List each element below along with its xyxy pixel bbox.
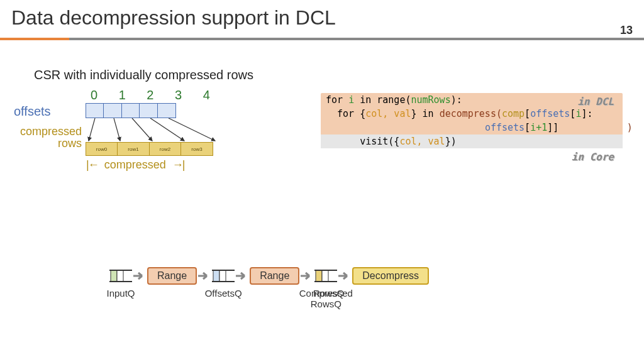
svg-line-0	[89, 118, 95, 141]
queue-label-rowsq: RowsQ	[313, 288, 344, 299]
offset-cell	[103, 103, 122, 118]
code-block: in DCL in Core for i in range(numRows): …	[321, 93, 623, 148]
compressed-rows-label: compressedrows	[0, 126, 82, 150]
stage-range: Range	[147, 267, 197, 285]
svg-rect-13	[316, 270, 322, 282]
offset-cell	[86, 103, 104, 118]
svg-line-1	[114, 118, 120, 141]
annotation-core: in Core	[572, 151, 614, 163]
code-line-core: visit({col, val})	[321, 134, 623, 148]
queue-inputq: InputQ	[109, 266, 132, 285]
arrow-icon	[301, 272, 313, 280]
queue-offsetsq: OffsetsQ	[212, 266, 235, 285]
queue-label: OffsetsQ	[186, 288, 261, 299]
divider	[0, 38, 644, 40]
compressed-span-label: |← compressed →|	[86, 158, 184, 172]
arrow-icon	[198, 272, 211, 280]
row-cell: row2	[149, 142, 182, 156]
offset-indices: 0 1 2 3 4	[91, 88, 219, 102]
svg-rect-6	[117, 270, 123, 282]
queue-label: InputQ	[83, 288, 158, 299]
pipeline-diagram: InputQ Range OffsetsQ Range Compressed R…	[107, 266, 431, 285]
divider-accent	[0, 38, 69, 40]
annotation-dcl: in DCL	[577, 96, 614, 107]
stage-range: Range	[250, 267, 299, 285]
svg-line-3	[150, 118, 184, 141]
offset-cell	[139, 103, 158, 118]
compressed-rows-array: row0 row1 row2 row3	[86, 142, 213, 156]
page-number: 13	[620, 24, 633, 37]
offsets-array	[86, 103, 176, 118]
offset-cell	[157, 103, 176, 118]
row-cell: row3	[180, 142, 213, 156]
svg-rect-9	[213, 270, 219, 282]
row-cell: row0	[86, 142, 118, 156]
svg-rect-14	[322, 270, 328, 282]
arrow-icon	[236, 272, 248, 280]
arrow-icon	[338, 272, 351, 280]
offset-connectors	[86, 118, 225, 143]
page-title: Data decompression support in DCL	[11, 6, 336, 30]
offset-cell	[121, 103, 140, 118]
code-line: offsets[i+1]] )	[321, 121, 623, 134]
svg-line-2	[132, 118, 152, 141]
svg-line-4	[169, 118, 215, 141]
csr-caption: CSR with individually compressed rows	[34, 68, 253, 82]
arrow-icon	[133, 272, 146, 280]
row-cell: row1	[117, 142, 150, 156]
svg-rect-5	[111, 270, 117, 282]
offsets-label: offsets	[14, 104, 51, 119]
queue-comprowsq: Compressed RowsQ	[314, 266, 337, 285]
code-line: for {col, val} in decompress(comp[offset…	[321, 107, 623, 121]
svg-rect-10	[219, 270, 226, 282]
stage-decompress: Decompress	[352, 267, 429, 285]
